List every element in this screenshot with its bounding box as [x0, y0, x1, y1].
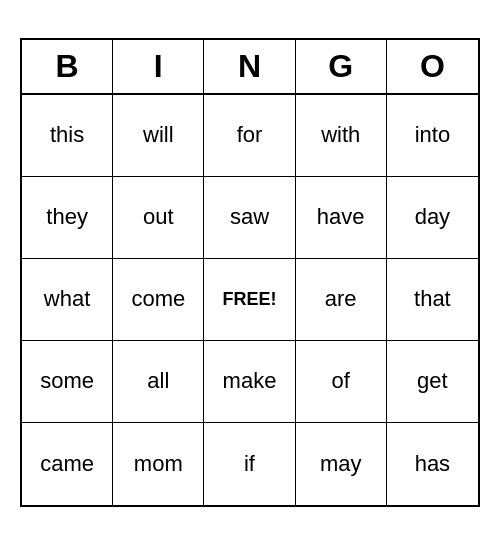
bingo-header: BINGO: [22, 40, 478, 95]
bingo-cell-r2-c0: what: [22, 259, 113, 341]
bingo-header-letter: B: [22, 40, 113, 93]
bingo-cell-r0-c4: into: [387, 95, 478, 177]
bingo-cell-r0-c2: for: [204, 95, 295, 177]
bingo-card: BINGO thiswillforwithintotheyoutsawhaved…: [20, 38, 480, 507]
bingo-cell-r1-c3: have: [296, 177, 387, 259]
bingo-cell-r4-c3: may: [296, 423, 387, 505]
bingo-cell-r1-c1: out: [113, 177, 204, 259]
bingo-cell-r4-c4: has: [387, 423, 478, 505]
bingo-cell-r3-c4: get: [387, 341, 478, 423]
bingo-cell-r2-c3: are: [296, 259, 387, 341]
bingo-cell-r4-c1: mom: [113, 423, 204, 505]
bingo-cell-r3-c1: all: [113, 341, 204, 423]
bingo-header-letter: O: [387, 40, 478, 93]
bingo-cell-r1-c2: saw: [204, 177, 295, 259]
bingo-cell-r3-c2: make: [204, 341, 295, 423]
bingo-cell-r0-c1: will: [113, 95, 204, 177]
bingo-cell-r3-c0: some: [22, 341, 113, 423]
bingo-cell-r4-c0: came: [22, 423, 113, 505]
bingo-cell-r1-c4: day: [387, 177, 478, 259]
bingo-cell-r2-c4: that: [387, 259, 478, 341]
bingo-cell-r3-c3: of: [296, 341, 387, 423]
bingo-cell-r0-c3: with: [296, 95, 387, 177]
bingo-header-letter: G: [296, 40, 387, 93]
bingo-cell-r4-c2: if: [204, 423, 295, 505]
bingo-cell-r2-c2: FREE!: [204, 259, 295, 341]
bingo-cell-r0-c0: this: [22, 95, 113, 177]
bingo-header-letter: N: [204, 40, 295, 93]
bingo-grid: thiswillforwithintotheyoutsawhavedaywhat…: [22, 95, 478, 505]
bingo-header-letter: I: [113, 40, 204, 93]
bingo-cell-r2-c1: come: [113, 259, 204, 341]
bingo-cell-r1-c0: they: [22, 177, 113, 259]
